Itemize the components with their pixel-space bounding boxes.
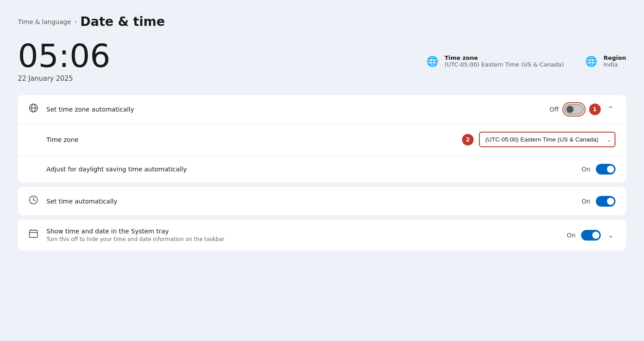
system-tray-subtitle: Turn this off to hide your time and date…	[46, 236, 567, 242]
breadcrumb: Time & language › Date & time	[18, 14, 626, 29]
toggle-knob	[607, 166, 614, 173]
toggle-knob	[607, 198, 614, 205]
time-zone-controls: 2 (UTC-05:00) Eastern Time (US & Canada)…	[462, 132, 615, 147]
annotation-badge-2: 2	[462, 134, 474, 146]
set-time-auto-title: Set time automatically	[46, 198, 582, 205]
system-tray-toggle[interactable]	[581, 230, 601, 241]
system-tray-card: Show time and date in the System tray Tu…	[18, 220, 626, 250]
set-timezone-auto-controls: Off 1 ⌃	[549, 103, 615, 115]
region-label: Region	[603, 54, 626, 61]
set-timezone-auto-toggle[interactable]	[564, 104, 584, 115]
set-time-auto-toggle[interactable]	[596, 196, 615, 207]
set-time-auto-row: Set time automatically On	[18, 187, 626, 215]
set-time-auto-status: On	[582, 198, 590, 205]
timezone-dropdown[interactable]: (UTC-05:00) Eastern Time (US & Canada)	[479, 132, 615, 147]
clock-time: 05:06	[18, 40, 426, 72]
timezone-select-wrapper: (UTC-05:00) Eastern Time (US & Canada) ⌄	[479, 132, 615, 147]
set-time-auto-text: Set time automatically	[46, 198, 582, 205]
timezone-card: Set time zone automatically Off 1 ⌃ Time…	[18, 95, 626, 183]
toggle-knob	[592, 232, 599, 239]
daylight-saving-text: Adjust for daylight saving time automati…	[46, 166, 582, 173]
timezone-globe-icon: 🌐	[426, 56, 438, 67]
set-timezone-auto-chevron[interactable]: ⌃	[606, 103, 615, 115]
time-zone-row: Time zone 2 (UTC-05:00) Eastern Time (US…	[18, 124, 626, 156]
system-tray-chevron[interactable]: ⌄	[606, 229, 615, 241]
set-time-auto-controls: On	[582, 196, 615, 207]
time-zone-text: Time zone	[46, 136, 462, 143]
set-timezone-auto-icon	[29, 103, 45, 115]
breadcrumb-chevron: ›	[74, 19, 77, 25]
set-time-auto-icon	[29, 195, 45, 207]
header-section: 05:06 22 January 2025 🌐 Time zone (UTC-0…	[18, 40, 626, 83]
system-tray-status: On	[567, 232, 576, 239]
region-block: 🌐 Region India	[585, 54, 626, 68]
timezone-block: 🌐 Time zone (UTC-05:00) Eastern Time (US…	[426, 54, 564, 68]
daylight-saving-status: On	[582, 166, 590, 173]
breadcrumb-parent[interactable]: Time & language	[18, 18, 71, 25]
daylight-saving-controls: On	[582, 164, 615, 175]
page-title: Date & time	[80, 14, 165, 29]
region-value: India	[603, 61, 626, 68]
region-globe-icon: 🌐	[585, 56, 597, 67]
system-tray-icon	[29, 229, 45, 241]
system-tray-text: Show time and date in the System tray Tu…	[46, 228, 567, 242]
clock-date: 22 January 2025	[18, 75, 426, 83]
timezone-region-area: 🌐 Time zone (UTC-05:00) Eastern Time (US…	[426, 54, 626, 68]
clock-area: 05:06 22 January 2025	[18, 40, 426, 83]
set-timezone-auto-row: Set time zone automatically Off 1 ⌃	[18, 95, 626, 124]
annotation-badge-1: 1	[589, 104, 601, 115]
region-info: Region India	[603, 54, 626, 68]
daylight-saving-title: Adjust for daylight saving time automati…	[46, 166, 582, 173]
system-tray-controls: On ⌄	[567, 229, 615, 241]
set-timezone-auto-text: Set time zone automatically	[46, 106, 549, 113]
svg-rect-6	[29, 230, 37, 237]
system-tray-row: Show time and date in the System tray Tu…	[18, 220, 626, 250]
timezone-info: Time zone (UTC-05:00) Eastern Time (US &…	[445, 54, 564, 68]
timezone-label: Time zone	[445, 54, 564, 61]
daylight-saving-row: Adjust for daylight saving time automati…	[18, 156, 626, 183]
time-zone-title: Time zone	[46, 136, 462, 143]
set-timezone-auto-title: Set time zone automatically	[46, 106, 549, 113]
toggle-knob	[566, 106, 574, 113]
set-timezone-auto-status: Off	[549, 106, 559, 113]
system-tray-title: Show time and date in the System tray	[46, 228, 567, 235]
set-time-card: Set time automatically On	[18, 187, 626, 215]
timezone-value: (UTC-05:00) Eastern Time (US & Canada)	[445, 61, 564, 68]
daylight-saving-toggle[interactable]	[596, 164, 615, 175]
svg-line-5	[33, 200, 35, 201]
